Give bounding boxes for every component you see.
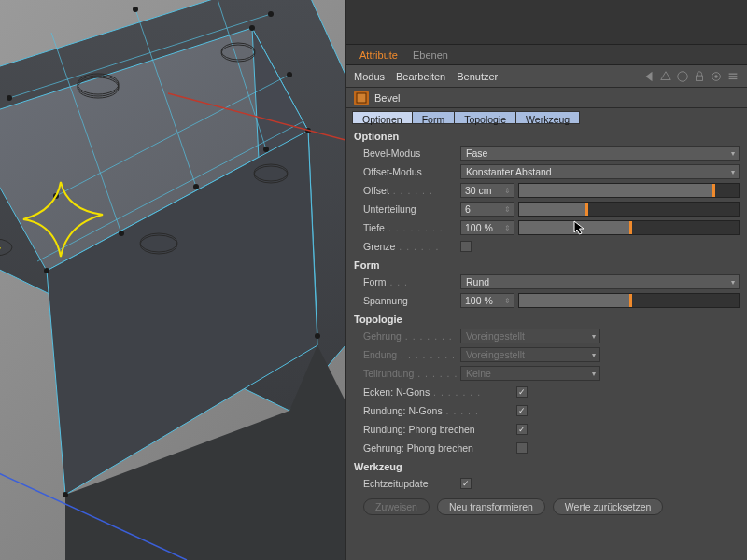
label-unterteilung: Unterteilung [363,203,457,215]
svg-point-23 [315,333,320,339]
subtabs: Optionen Form Topologie Werkzeug [346,108,747,127]
checkbox-gehrung-phong[interactable] [516,442,528,454]
menu-benutzer[interactable]: Benutzer [457,71,498,82]
checkbox-ecken-ngons[interactable]: ✓ [516,386,528,398]
dropdown-gehrung: Voreingestellt [460,329,600,343]
section-topologie: Topologie [346,310,747,327]
svg-point-12 [249,25,255,31]
attribute-panel: Attribute Ebenen Modus Bearbeiten Benutz… [345,0,747,560]
panel-menubar: Modus Bearbeiten Benutzer [346,65,747,88]
svg-point-17 [133,7,138,12]
slider-spannung[interactable] [518,293,740,308]
menu-bearbeiten[interactable]: Bearbeiten [396,71,445,82]
svg-point-14 [44,268,49,273]
svg-point-19 [119,231,124,236]
label-bevel-modus: Bevel-Modus [363,147,457,159]
label-grenze: Grenze . . . . . . [363,241,457,252]
svg-point-22 [268,11,274,17]
lock-icon[interactable] [693,70,706,83]
checkbox-echtzeit[interactable]: ✓ [460,478,472,489]
svg-rect-44 [357,93,366,103]
section-form: Form [346,256,747,273]
field-unterteilung[interactable]: 6 [460,202,514,217]
dropdown-offset-modus[interactable]: Konstanter Abstand [460,164,740,179]
panel-tabs: Attribute Ebenen [346,45,747,65]
field-spannung[interactable]: 100 % [460,293,514,308]
panel-toolbar-icons [642,70,740,83]
help-icon[interactable] [676,70,689,83]
label-ecken-ngons: Ecken: N-Gons . . . . . . . [363,386,513,398]
svg-point-21 [7,95,12,101]
field-tiefe[interactable]: 100 % [460,220,514,235]
svg-rect-43 [729,77,738,78]
field-offset[interactable]: 30 cm [460,183,514,198]
label-form: Form . . . [363,276,457,287]
label-endung: Endung . . . . . . . . . . . . [363,349,457,360]
subtab-optionen[interactable]: Optionen [352,111,413,124]
checkbox-rundung-ngons[interactable]: ✓ [516,405,528,416]
label-echtzeit: Echtzeitupdate [363,478,457,489]
svg-point-37 [678,71,688,81]
label-rundung-phong: Rundung: Phong brechen [363,424,513,435]
viewport-3d[interactable] [0,0,345,560]
label-rundung-ngons: Rundung: N-Gons . . . . . [363,405,513,416]
button-zuweisen: Zuweisen [363,498,430,515]
svg-rect-42 [729,76,738,77]
object-name: Bevel [374,92,401,104]
arrow-left-icon[interactable] [642,70,655,83]
label-gehrung-phong: Gehrung: Phong brechen [363,442,513,454]
subtab-topologie[interactable]: Topologie [455,111,516,124]
checkbox-grenze[interactable] [460,241,472,252]
button-neu-transformieren[interactable]: Neu transformieren [437,498,545,515]
label-spannung: Spannung [363,295,457,306]
label-teilrundung: Teilrundung . . . . . . . . . [363,368,457,379]
svg-point-24 [63,492,68,497]
menu-icon[interactable] [726,70,740,83]
bevel-icon [354,91,369,105]
checkbox-rundung-phong[interactable]: ✓ [516,424,528,435]
dropdown-bevel-modus[interactable]: Fase [460,146,740,161]
label-offset: Offset . . . . . . [363,185,457,196]
slider-offset[interactable] [518,183,740,198]
button-werte-zuruecksetzen[interactable]: Werte zurücksetzen [553,498,664,515]
section-werkzeug: Werkzeug [346,457,747,474]
svg-point-20 [263,147,269,152]
svg-point-16 [287,72,292,77]
label-offset-modus: Offset-Modus [363,166,457,177]
svg-rect-38 [697,76,703,80]
slider-tiefe[interactable] [518,220,740,235]
label-tiefe: Tiefe . . . . . . . . [363,222,457,233]
object-header: Bevel [346,88,747,108]
tab-ebenen[interactable]: Ebenen [405,47,456,63]
section-optionen: Optionen [346,127,747,144]
tab-attribute[interactable]: Attribute [352,47,405,63]
svg-point-18 [193,184,199,189]
dropdown-endung: Voreingestellt [460,347,600,362]
panel-header-dark [346,0,747,45]
dropdown-form[interactable]: Rund [460,274,740,289]
subtab-werkzeug[interactable]: Werkzeug [516,111,580,124]
subtab-form[interactable]: Form [413,111,456,124]
up-icon[interactable] [659,70,672,83]
svg-rect-41 [729,73,738,74]
svg-point-40 [714,75,718,78]
label-gehrung: Gehrung . . . . . . . . . . . [363,330,457,342]
dropdown-teilrundung: Keine [460,366,600,381]
menu-modus[interactable]: Modus [354,71,385,82]
slider-unterteilung[interactable] [518,202,740,217]
target-icon[interactable] [710,70,723,83]
